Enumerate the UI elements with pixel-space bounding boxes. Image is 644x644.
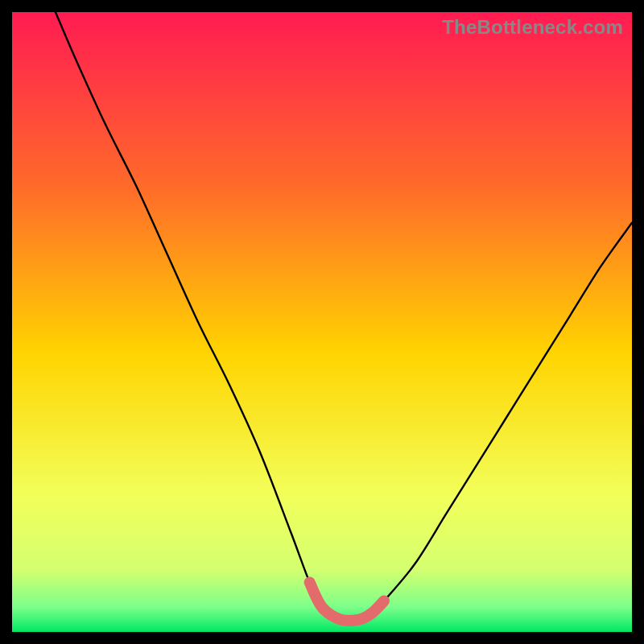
optimal-range-highlight: [12, 12, 632, 632]
chart-frame: TheBottleneck.com: [11, 11, 633, 633]
plot-area: [12, 12, 632, 632]
watermark-text: TheBottleneck.com: [442, 16, 623, 39]
